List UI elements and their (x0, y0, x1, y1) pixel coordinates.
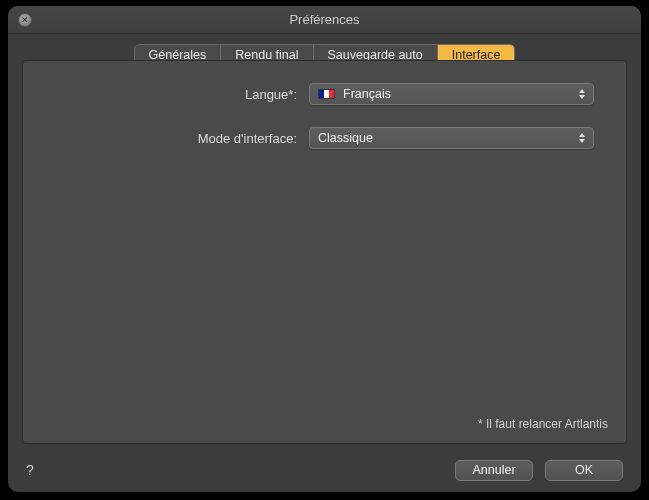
window-title: Préférences (289, 12, 359, 27)
flag-france-icon (318, 89, 335, 99)
label-language: Langue*: (23, 87, 309, 102)
interface-mode-value: Classique (318, 131, 373, 145)
row-language: Langue*: Français (23, 83, 626, 105)
updown-arrows-icon (577, 130, 587, 146)
cancel-button[interactable]: Annuler (455, 460, 533, 481)
content-panel: Langue*: Français Mode d'interface: Clas… (22, 60, 627, 444)
label-interface-mode: Mode d'interface: (23, 131, 309, 146)
footer: ? Annuler OK (8, 448, 641, 492)
updown-arrows-icon (577, 86, 587, 102)
language-value: Français (343, 87, 391, 101)
close-button[interactable]: ✕ (18, 13, 32, 27)
language-popup[interactable]: Français (309, 83, 594, 105)
interface-mode-popup[interactable]: Classique (309, 127, 594, 149)
ok-button[interactable]: OK (545, 460, 623, 481)
restart-footnote: * Il faut relancer Artlantis (478, 417, 608, 431)
titlebar: ✕ Préférences (8, 6, 641, 34)
preferences-window: ✕ Préférences Générales Rendu final Sauv… (8, 6, 641, 492)
help-button[interactable]: ? (26, 462, 34, 478)
row-interface-mode: Mode d'interface: Classique (23, 127, 626, 149)
